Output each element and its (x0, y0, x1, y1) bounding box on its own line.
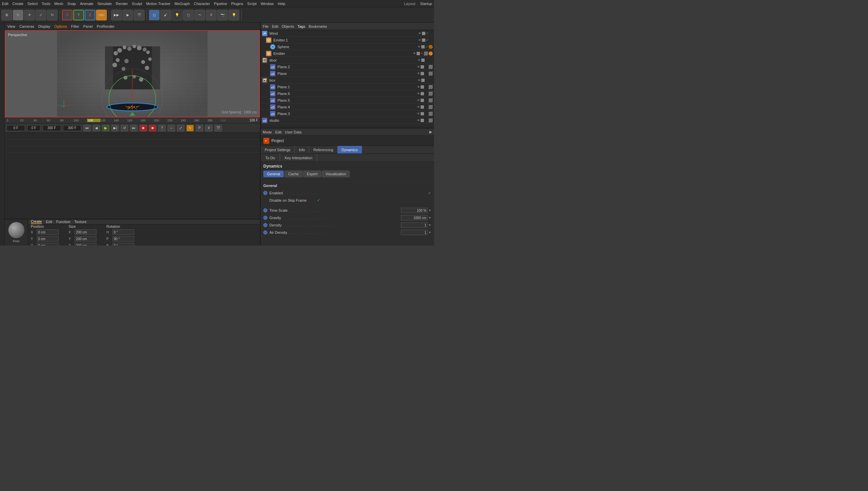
btn-record[interactable]: ⏺ (140, 125, 147, 132)
gravity-arrow[interactable]: ▼ (428, 216, 431, 220)
plane6-vis[interactable] (421, 92, 424, 95)
obj-row-plane3[interactable]: Plane.3 👁 (261, 110, 434, 117)
vp-view[interactable]: View (7, 24, 16, 28)
emitter-eye[interactable]: 👁 (413, 52, 416, 55)
tab-referencing[interactable]: Referencing (309, 146, 337, 153)
obj-tab-file[interactable]: File (263, 24, 269, 28)
obj-row-plane1[interactable]: Plane.1 👁 (261, 84, 434, 90)
toolbar-view-cube-btn[interactable]: ◻ (149, 10, 160, 21)
rot-b-input[interactable] (112, 243, 134, 246)
start-frame-input[interactable] (27, 125, 40, 131)
skipframe-check[interactable]: ✓ (317, 198, 320, 203)
rot-p-input[interactable] (112, 236, 134, 241)
btn-record-opts[interactable]: ? (158, 125, 166, 132)
tab-dynamics[interactable]: Dynamics (338, 146, 362, 153)
vp-cameras[interactable]: Cameras (20, 24, 34, 28)
current-frame-input[interactable] (7, 125, 25, 131)
menu-snap[interactable]: Snap (67, 2, 76, 6)
menu-simulate[interactable]: Simulate (97, 2, 112, 6)
door-eye[interactable]: 👁 (418, 59, 421, 62)
gravity-radio[interactable] (263, 216, 268, 220)
btn-record-param[interactable]: P (196, 125, 203, 132)
tab-texture[interactable]: Texture (74, 220, 86, 224)
obj-row-plane4[interactable]: Plane.4 👁 (261, 104, 434, 110)
studio-mat[interactable] (429, 118, 433, 122)
box-eye[interactable]: 👁 (418, 79, 421, 82)
gravity-input[interactable] (401, 215, 428, 221)
vp-filter[interactable]: Filter (71, 24, 79, 28)
plane3-vis[interactable] (421, 112, 424, 115)
btn-loop[interactable]: ⏭ (130, 125, 138, 132)
obj-tab-tags[interactable]: Tags (298, 24, 305, 28)
emitter-mat2[interactable] (429, 52, 433, 56)
dyn-tab-expert[interactable]: Expert (303, 171, 321, 177)
tab-edit[interactable]: Edit (46, 220, 52, 224)
end-frame-input[interactable] (43, 125, 61, 131)
menu-script[interactable]: Script (247, 2, 257, 6)
toolbar-spline-btn[interactable]: 〜 (194, 10, 205, 21)
plane-eye[interactable]: 👁 (417, 72, 420, 75)
pos-x-input[interactable] (37, 229, 59, 235)
btn-record-auto[interactable]: ⏺ (149, 125, 156, 132)
plane6-mat[interactable] (429, 92, 433, 96)
obj-tab-edit[interactable]: Edit (272, 24, 278, 28)
layout-value[interactable]: Startup (420, 2, 432, 6)
plane5-eye[interactable]: 👁 (417, 99, 420, 102)
obj-row-plane2[interactable]: Plane.2 👁 (261, 63, 434, 70)
studio-eye[interactable]: 👁 (417, 119, 420, 122)
sphere-mat[interactable] (429, 45, 433, 49)
vp-prorender[interactable]: ProRender (97, 24, 114, 28)
airdensity-arrow[interactable]: ▼ (428, 231, 431, 234)
dyn-tab-visualization[interactable]: Visualization (322, 171, 350, 177)
sphere-vis[interactable] (421, 45, 425, 49)
ruler-106[interactable]: 106 (87, 119, 101, 122)
door-vis[interactable] (421, 59, 425, 62)
obj-row-plane6[interactable]: Plane.6 👁 (261, 90, 434, 97)
tab-create[interactable]: Create (31, 220, 42, 224)
timescale-arrow[interactable]: ▼ (428, 209, 431, 212)
attr-mode[interactable]: Mode (263, 130, 272, 134)
density-radio[interactable] (263, 223, 268, 227)
tab-project-settings[interactable]: Project Settings (261, 146, 295, 153)
btn-rotate-mode[interactable]: ↻ (186, 125, 194, 132)
pos-y-input[interactable] (37, 236, 59, 241)
wind-eye[interactable]: 👁 (418, 32, 421, 35)
emitter-x[interactable]: ✕ (421, 52, 423, 55)
size-y-input[interactable] (75, 236, 96, 241)
dyn-tab-cache[interactable]: Cache (284, 171, 303, 177)
btn-render-preview[interactable]: 🎬 (215, 125, 222, 132)
plane3-eye[interactable]: 👁 (417, 112, 420, 115)
attr-userdata[interactable]: User Data (285, 130, 302, 134)
toolbar-y-btn[interactable]: Y (73, 10, 84, 21)
vp-panel[interactable]: Panel (83, 24, 93, 28)
vp-options[interactable]: Options (54, 24, 67, 28)
obj-row-sphere[interactable]: Sphere 👁 ✓ (261, 44, 434, 50)
menu-help[interactable]: Help (278, 2, 285, 6)
menu-create[interactable]: Create (12, 2, 23, 6)
enabled-radio[interactable] (263, 191, 268, 195)
plane1-mat[interactable] (429, 85, 433, 89)
plane1-vis[interactable] (421, 85, 424, 89)
toolbar-mode-btn[interactable]: ⊞ (1, 10, 12, 21)
plane-vis[interactable] (421, 72, 424, 75)
menu-plugins[interactable]: Plugins (231, 2, 243, 6)
tab-key-interpolation[interactable]: Key Interpolation (280, 154, 317, 162)
airdensity-radio[interactable] (263, 230, 268, 234)
toolbar-scale-btn[interactable]: ⤢ (35, 10, 46, 21)
plane4-vis[interactable] (421, 105, 424, 109)
menu-window[interactable]: Window (261, 2, 274, 6)
plane2-vis[interactable] (421, 65, 424, 68)
box-vis[interactable] (421, 79, 425, 82)
density-arrow[interactable]: ▼ (428, 224, 431, 227)
plane3-mat[interactable] (429, 112, 433, 116)
obj-row-emitter1[interactable]: Emitter.1 👁 ✓ (261, 37, 434, 44)
menu-mesh[interactable]: Mesh (54, 2, 63, 6)
plane4-eye[interactable]: 👁 (417, 105, 420, 109)
obj-row-studio[interactable]: studio 👁 (261, 117, 434, 124)
btn-scale-mode[interactable]: ⤢ (177, 125, 185, 132)
timeline-body[interactable] (5, 133, 260, 219)
emitter1-vis[interactable] (422, 38, 425, 42)
timescale-radio[interactable] (263, 208, 268, 212)
obj-row-plane5[interactable]: Plane.5 👁 (261, 97, 434, 104)
toolbar-rotate-btn[interactable]: ↻ (47, 10, 58, 21)
